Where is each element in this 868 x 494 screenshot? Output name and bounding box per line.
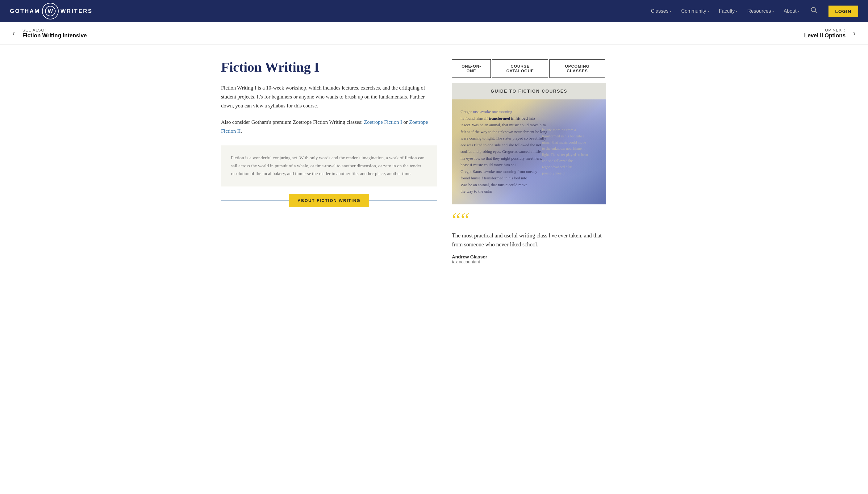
quote-mark-icon: ““ [452,212,606,228]
chevron-down-icon: ▾ [670,10,671,13]
testimonial-author: Andrew Glasser [452,254,606,259]
page-title: Fiction Writing I [221,59,437,75]
guide-to-fiction-bar[interactable]: GUIDE TO FICTION COURSES [452,83,606,99]
up-next-content: UP NEXT: Level II Options [804,28,846,39]
up-next-title[interactable]: Level II Options [804,33,846,39]
see-also-content: SEE ALSO: Fiction Writing Intensive [22,28,87,39]
tab-one-on-one[interactable]: ONE-ON-ONE [452,59,491,78]
main-content: Fiction Writing I Fiction Writing I is a… [202,44,666,286]
logo-emblem: W [42,3,59,19]
tab-course-catalogue[interactable]: COURSE CATALOGUE [492,59,548,78]
divider-line-right [369,200,437,201]
tab-upcoming-classes[interactable]: UPCOMING CLASSES [549,59,605,78]
up-next-section: UP NEXT: Level II Options › [804,28,858,39]
testimonial-section: ““ The most practical and useful writing… [452,204,606,272]
chevron-down-icon: ▾ [708,10,709,13]
up-next-label: UP NEXT: [804,28,846,33]
guide-bar-label: GUIDE TO FICTION COURSES [491,89,567,94]
about-fiction-writing-button[interactable]: ABOUT FICTION WRITING [289,194,369,207]
nav-classes[interactable]: Classes ▾ [651,8,671,14]
tab-buttons: ONE-ON-ONE COURSE CATALOGUE UPCOMING CLA… [452,59,606,78]
chevron-down-icon: ▾ [772,10,774,13]
testimonial-text: The most practical and useful writing cl… [452,231,606,249]
main-description: Fiction Writing I is a 10-week workshop,… [221,84,437,111]
nav-about[interactable]: About ▾ [784,8,799,14]
also-consider-text: Also consider Gotham's premium Zoetrope … [221,118,437,136]
quote-text: Fiction is a wonderful conjuring act. Wi… [231,154,427,178]
chevron-down-icon: ▾ [736,10,737,13]
image-ghost-text: ke one morning from a transformed in his… [537,99,606,204]
svg-text:W: W [48,8,53,14]
nav-faculty[interactable]: Faculty ▾ [719,8,738,14]
quote-box: Fiction is a wonderful conjuring act. Wi… [221,146,437,187]
header: GOTHAM W WRITERS Classes ▾ Community ▾ F… [0,0,868,22]
breadcrumb-bar: ‹ SEE ALSO: Fiction Writing Intensive UP… [0,22,868,44]
see-also-title[interactable]: Fiction Writing Intensive [22,33,87,39]
zoetrope-fiction-1-link[interactable]: Zoetrope Fiction I [364,119,402,125]
next-arrow-button[interactable]: › [850,28,858,38]
search-button[interactable] [809,5,818,17]
left-column: Fiction Writing I Fiction Writing I is a… [221,59,437,272]
chevron-down-icon: ▾ [798,10,799,13]
nav-community[interactable]: Community ▾ [681,8,709,14]
logo-writers-text: WRITERS [60,8,93,15]
about-btn-row: ABOUT FICTION WRITING [221,194,437,207]
login-button[interactable]: LOGIN [829,5,859,17]
divider-line [221,200,289,201]
logo[interactable]: GOTHAM W WRITERS [10,3,93,19]
testimonial-role: tax accountant [452,259,606,264]
logo-gotham-text: GOTHAM [10,8,40,15]
svg-point-2 [811,7,815,12]
course-image: Gregor msa awoke one morning he found hi… [452,99,606,204]
see-also-label: SEE ALSO: [22,28,87,33]
nav-resources[interactable]: Resources ▾ [747,8,774,14]
prev-arrow-button[interactable]: ‹ [10,28,18,38]
see-also-section: ‹ SEE ALSO: Fiction Writing Intensive [10,28,87,39]
main-nav: Classes ▾ Community ▾ Faculty ▾ Resource… [651,5,858,17]
svg-line-3 [815,11,817,13]
right-column: ONE-ON-ONE COURSE CATALOGUE UPCOMING CLA… [452,59,606,272]
